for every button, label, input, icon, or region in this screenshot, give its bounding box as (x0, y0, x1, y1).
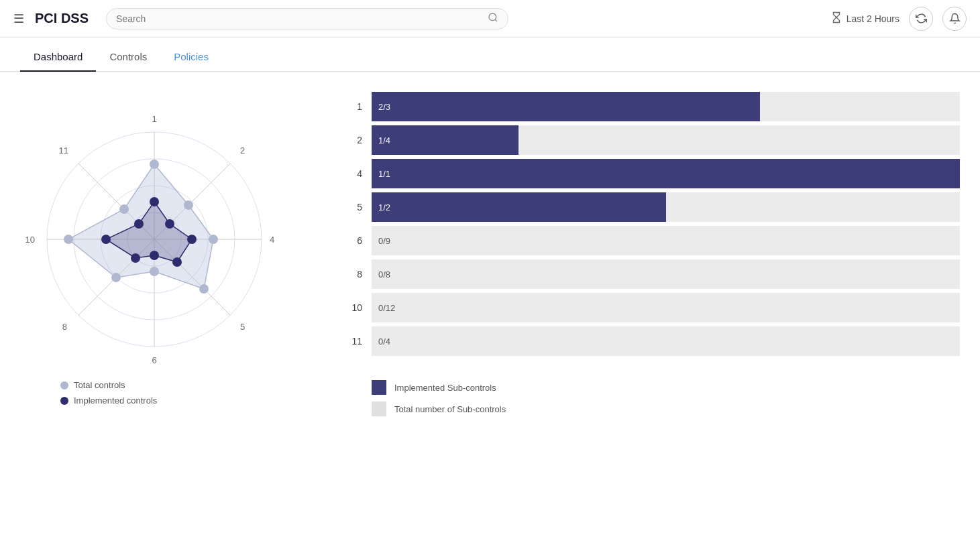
svg-point-27 (172, 257, 182, 267)
total-sub-legend: Total number of Sub-controls (372, 402, 960, 416)
svg-text:4: 4 (270, 235, 274, 245)
svg-point-18 (209, 235, 218, 244)
app-title: PCI DSS (35, 11, 89, 26)
bar-value-empty: 0/8 (372, 269, 390, 280)
search-bar[interactable] (106, 8, 508, 29)
header: ☰ PCI DSS Last 2 Hours (0, 0, 980, 38)
bar-value-empty: 0/9 (372, 236, 390, 246)
svg-line-1 (495, 19, 497, 21)
bar-row: 80/8 (342, 259, 960, 289)
svg-text:1: 1 (152, 114, 156, 124)
total-sub-icon (372, 402, 386, 416)
svg-point-29 (131, 253, 140, 263)
bar-label: 1 (342, 101, 362, 112)
total-sub-label: Total number of Sub-controls (394, 404, 506, 414)
svg-text:11: 11 (59, 145, 68, 156)
bar-row: 100/12 (342, 293, 960, 322)
svg-point-20 (150, 267, 159, 276)
tab-policies[interactable]: Policies (160, 43, 222, 72)
bar-label: 8 (342, 269, 362, 280)
svg-point-26 (187, 235, 197, 244)
bar-track: 2/3 (372, 92, 960, 121)
refresh-button[interactable] (909, 7, 933, 31)
legend-total: Total controls (60, 380, 315, 390)
bar-label: 2 (342, 135, 362, 145)
svg-point-23 (119, 204, 129, 214)
bar-label: 6 (342, 235, 362, 246)
bar-label: 4 (342, 168, 362, 179)
tab-dashboard[interactable]: Dashboard (20, 43, 96, 72)
search-input[interactable] (116, 13, 488, 24)
total-dot (60, 381, 68, 389)
svg-point-22 (64, 235, 73, 244)
bar-fill: 2/3 (372, 92, 760, 121)
bar-fill: 1/4 (372, 125, 519, 155)
impl-sub-legend: Implemented Sub-controls (372, 380, 960, 395)
bar-label: 10 (342, 302, 362, 313)
header-right: Last 2 Hours (830, 7, 967, 31)
bar-value-empty: 0/12 (372, 303, 395, 313)
svg-point-25 (165, 219, 174, 229)
svg-point-21 (111, 273, 121, 282)
search-icon (488, 12, 498, 25)
hourglass-icon (830, 11, 842, 25)
svg-point-31 (134, 219, 144, 229)
bar-value: 1/1 (378, 169, 390, 179)
bar-value: 1/4 (378, 135, 390, 145)
svg-point-0 (489, 13, 496, 21)
svg-text:10: 10 (25, 235, 35, 245)
bar-track: 0/8 (372, 259, 960, 289)
total-label: Total controls (74, 380, 125, 390)
legend-implemented: Implemented controls (60, 395, 315, 406)
bar-track: 1/2 (372, 192, 960, 222)
radar-panel: 1 2 4 5 6 8 10 11 Total controls Impleme… (20, 92, 315, 416)
bar-row: 12/3 (342, 92, 960, 121)
main-content: 1 2 4 5 6 8 10 11 Total controls Impleme… (0, 72, 980, 430)
svg-point-30 (101, 235, 111, 244)
svg-point-16 (150, 160, 159, 169)
impl-sub-label: Implemented Sub-controls (394, 383, 496, 393)
bar-row: 41/1 (342, 159, 960, 188)
impl-sub-icon (372, 380, 386, 395)
time-label: Last 2 Hours (847, 13, 900, 24)
svg-text:2: 2 (240, 145, 245, 156)
impl-label: Implemented controls (74, 395, 157, 406)
bar-row: 21/4 (342, 125, 960, 155)
bar-track: 0/12 (372, 293, 960, 322)
bar-label: 11 (342, 336, 362, 347)
bottom-legend: Implemented Sub-controls Total number of… (342, 380, 960, 416)
bar-value-empty: 0/4 (372, 336, 390, 347)
bar-fill: 1/1 (372, 159, 960, 188)
svg-point-28 (150, 251, 159, 260)
svg-text:6: 6 (152, 355, 156, 365)
bar-chart-panel: 12/321/441/151/260/980/8100/12110/4 Impl… (342, 92, 960, 416)
bar-label: 5 (342, 202, 362, 212)
impl-dot (60, 397, 68, 405)
menu-icon[interactable]: ☰ (13, 11, 24, 26)
bar-track: 1/4 (372, 125, 960, 155)
svg-point-17 (184, 200, 193, 210)
svg-text:5: 5 (240, 322, 245, 332)
bar-value: 2/3 (378, 102, 390, 112)
svg-text:8: 8 (62, 322, 67, 332)
bar-track: 0/4 (372, 326, 960, 356)
bar-row: 51/2 (342, 192, 960, 222)
tab-controls[interactable]: Controls (96, 43, 160, 72)
svg-point-24 (150, 197, 159, 206)
notification-button[interactable] (942, 7, 967, 31)
bar-track: 1/1 (372, 159, 960, 188)
radar-legend: Total controls Implemented controls (20, 380, 315, 406)
bar-rows: 12/321/441/151/260/980/8100/12110/4 (342, 92, 960, 360)
bar-fill: 1/2 (372, 192, 666, 222)
time-filter[interactable]: Last 2 Hours (830, 11, 900, 25)
bar-row: 60/9 (342, 226, 960, 255)
bar-value: 1/2 (378, 202, 390, 212)
tab-bar: Dashboard Controls Policies (0, 43, 980, 72)
bar-track: 0/9 (372, 226, 960, 255)
radar-chart: 1 2 4 5 6 8 10 11 (20, 92, 288, 373)
bar-row: 110/4 (342, 326, 960, 356)
svg-point-19 (199, 284, 209, 294)
